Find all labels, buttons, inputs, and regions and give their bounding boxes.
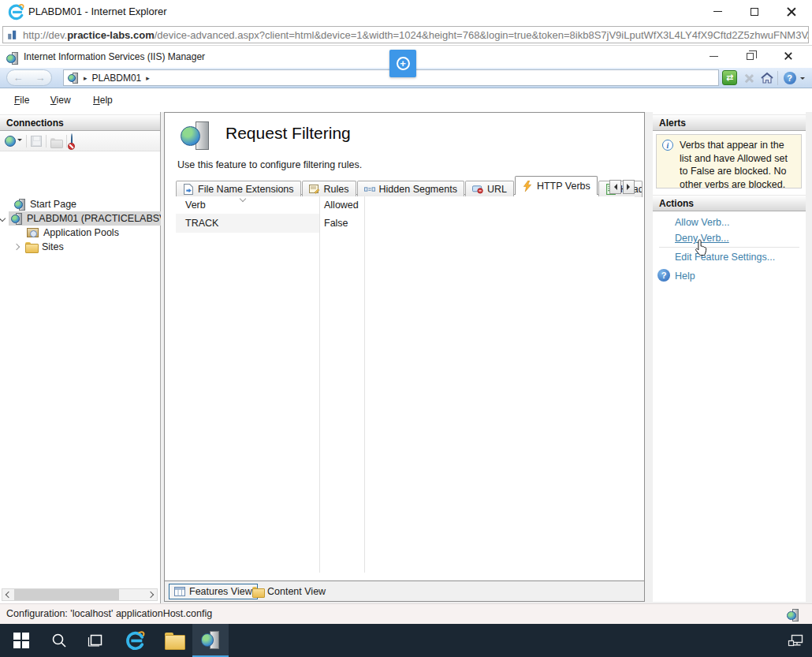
tab-label: Hidden Segments bbox=[379, 184, 457, 195]
iis-manager-window: Internet Information Services (IIS) Mana… bbox=[0, 46, 812, 624]
ie-logo-icon bbox=[125, 630, 145, 651]
tree-item-label: Sites bbox=[42, 241, 64, 252]
column-header-allowed[interactable]: Allowed bbox=[319, 200, 364, 211]
home-icon bbox=[760, 72, 774, 84]
menu-item-help[interactable]: Help bbox=[93, 95, 113, 106]
connections-header: Connections bbox=[0, 114, 160, 131]
tab-hidden-segments[interactable]: Hidden Segments bbox=[357, 181, 464, 197]
workspace: Connections bbox=[0, 112, 812, 603]
iis-minimize-button[interactable] bbox=[700, 46, 727, 66]
feature-panel: Request Filtering Use this feature to co… bbox=[164, 112, 645, 602]
start-button[interactable] bbox=[3, 624, 39, 657]
alert-message: Verbs that appear in the list and have A… bbox=[680, 139, 798, 191]
ie-close-button[interactable] bbox=[778, 0, 805, 23]
tab-rules[interactable]: Rules bbox=[302, 181, 356, 197]
cell-allowed: False bbox=[319, 218, 364, 229]
breadcrumb-arrow-icon[interactable]: ▸ bbox=[146, 74, 150, 82]
taskbar-ie-button[interactable] bbox=[117, 624, 153, 657]
column-divider bbox=[319, 196, 320, 573]
taskbar-search-button[interactable] bbox=[41, 624, 77, 657]
refresh-icon: ⇄ bbox=[722, 70, 737, 85]
scroll-right-icon[interactable] bbox=[147, 592, 154, 598]
ie-titlebar: PLABDM01 - Internet Explorer bbox=[0, 0, 812, 24]
actions-panel: Alerts i Verbs that appear in the list a… bbox=[653, 112, 806, 602]
breadcrumb-node[interactable]: PLABDM01 bbox=[92, 73, 142, 84]
hidden-segments-icon bbox=[364, 184, 375, 195]
tabs-scroll-right-button[interactable] bbox=[623, 180, 635, 194]
list-header-row: Verb Allowed bbox=[176, 196, 635, 214]
help-dropdown-button[interactable] bbox=[798, 69, 807, 86]
url-path: /device-advanced.aspx?client=html&device… bbox=[155, 29, 809, 41]
network-tray-icon[interactable] bbox=[782, 624, 810, 657]
horizontal-scrollbar[interactable] bbox=[2, 588, 158, 601]
collapse-chevron-icon[interactable] bbox=[0, 215, 6, 222]
ie-minimize-button[interactable] bbox=[704, 0, 731, 23]
column-header-verb[interactable]: Verb bbox=[176, 200, 319, 211]
column-divider bbox=[364, 196, 365, 573]
deny-verb-link[interactable]: Deny Verb... bbox=[675, 233, 729, 244]
tree-item-sites[interactable]: Sites bbox=[0, 240, 161, 254]
menu-item-view[interactable]: View bbox=[50, 95, 71, 106]
feature-description: Use this feature to configure filtering … bbox=[177, 159, 362, 170]
delete-connection-button[interactable] bbox=[71, 134, 73, 148]
edit-feature-settings-link[interactable]: Edit Feature Settings... bbox=[675, 252, 775, 263]
save-connections-button[interactable] bbox=[31, 136, 42, 147]
tab-url[interactable]: URL bbox=[465, 181, 514, 197]
feature-tabstrip: File Name Extensions Rules bbox=[176, 176, 635, 195]
home-button[interactable] bbox=[758, 69, 775, 86]
iis-app-icon bbox=[6, 52, 19, 65]
taskbar-explorer-button[interactable] bbox=[156, 624, 192, 657]
server-icon bbox=[68, 73, 79, 84]
cell-verb: TRACK bbox=[176, 214, 319, 233]
create-connection-button[interactable] bbox=[5, 136, 22, 147]
view-tab-label: Content View bbox=[267, 586, 326, 597]
statusbar-iis-icon bbox=[787, 609, 799, 622]
content-view-icon bbox=[252, 587, 263, 595]
refresh-button[interactable]: ⇄ bbox=[721, 69, 738, 86]
stop-button[interactable] bbox=[740, 69, 757, 86]
content-view-tab[interactable]: Content View bbox=[249, 584, 329, 599]
scroll-left-icon[interactable] bbox=[6, 592, 12, 598]
iis-restore-button[interactable] bbox=[736, 46, 763, 66]
close-icon bbox=[787, 7, 796, 17]
taskbar bbox=[0, 624, 812, 657]
features-view-tab[interactable]: Features View bbox=[169, 584, 258, 599]
search-icon bbox=[51, 633, 67, 648]
menu-item-file[interactable]: File bbox=[14, 95, 29, 106]
network-icon bbox=[788, 633, 805, 648]
ie-maximize-button[interactable] bbox=[741, 0, 768, 23]
tab-http-verbs[interactable]: HTTP Verbs bbox=[515, 176, 598, 195]
allow-verb-link[interactable]: Allow Verb... bbox=[675, 217, 729, 228]
tree-item-start-page[interactable]: Start Page bbox=[0, 197, 161, 211]
address-input[interactable]: http://dev.practice-labs.com/device-adva… bbox=[2, 26, 809, 43]
help-link[interactable]: Help bbox=[675, 271, 695, 282]
view-tab-label: Features View bbox=[189, 586, 252, 597]
tabs-scroll-left-button[interactable] bbox=[609, 180, 621, 194]
task-view-icon bbox=[88, 633, 103, 648]
history-buttons: ← → bbox=[6, 69, 52, 86]
taskbar-iis-button[interactable] bbox=[192, 624, 229, 657]
breadcrumb-arrow-icon[interactable]: ▸ bbox=[84, 74, 88, 82]
task-view-button[interactable] bbox=[77, 624, 114, 657]
iis-manager-icon bbox=[201, 630, 220, 649]
restore-icon bbox=[747, 53, 754, 60]
tab-label: HTTP Verbs bbox=[537, 181, 590, 192]
tree-item-server[interactable]: PLABDM01 (PRACTICELABSV bbox=[0, 211, 161, 226]
back-button[interactable]: ← bbox=[13, 73, 24, 83]
triangle-left-icon bbox=[611, 184, 617, 190]
expand-chevron-icon[interactable] bbox=[13, 244, 20, 250]
divider bbox=[659, 247, 799, 248]
iis-close-button[interactable] bbox=[775, 46, 802, 66]
tree-item-label: PLABDM01 (PRACTICELABSV bbox=[27, 213, 161, 224]
tab-file-name-extensions[interactable]: File Name Extensions bbox=[176, 181, 301, 197]
table-row[interactable]: TRACK False bbox=[176, 214, 635, 233]
file-explorer-icon bbox=[165, 633, 184, 648]
scrollbar-thumb[interactable] bbox=[14, 589, 119, 600]
forward-button[interactable]: → bbox=[35, 73, 46, 83]
overlay-add-button[interactable]: + bbox=[389, 50, 416, 77]
up-level-button[interactable] bbox=[50, 136, 62, 146]
tree-item-application-pools[interactable]: Application Pools bbox=[0, 226, 161, 240]
divider bbox=[777, 71, 778, 85]
tab-label: Rules bbox=[324, 184, 349, 195]
help-button[interactable]: ? bbox=[781, 69, 798, 86]
